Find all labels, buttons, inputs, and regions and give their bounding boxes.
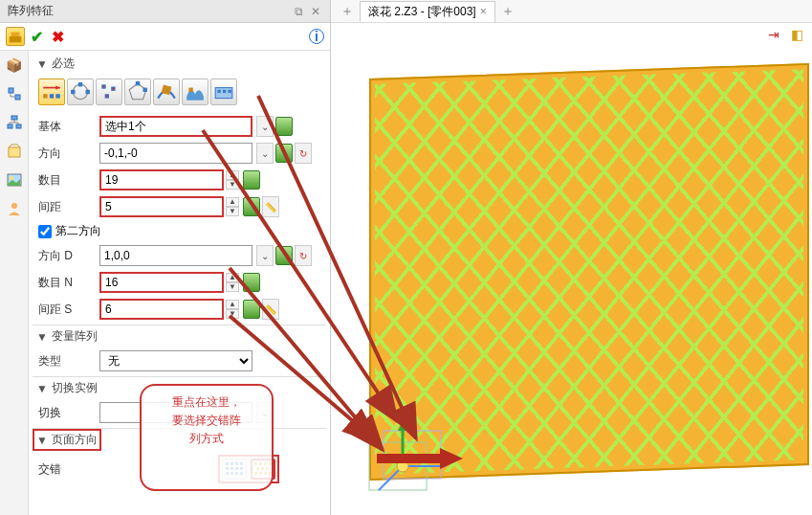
tab-title: 滚花 2.Z3 - [零件003] [368,4,476,20]
svg-point-25 [73,84,87,99]
svg-rect-2 [9,88,13,93]
pattern-polygon-icon[interactable] [124,78,151,105]
direction2-pick-button[interactable] [275,246,293,265]
svg-rect-21 [50,94,54,98]
direction-arrow[interactable] [377,448,463,469]
collapse-icon[interactable]: ⧉ [292,5,305,18]
count-pick-button[interactable] [243,170,260,190]
spacing2-measure-icon[interactable]: 📏 [262,299,279,320]
type-label: 类型 [38,353,99,369]
second-direction-checkbox[interactable] [38,225,52,238]
pattern-type-row [33,75,326,113]
stagger-label: 交错 [38,461,92,478]
pattern-circular-icon[interactable] [67,78,94,105]
vtb-user-icon[interactable] [4,198,25,219]
spacing-input[interactable] [99,196,224,217]
document-tab[interactable]: 滚花 2.Z3 - [零件003] × [360,1,495,22]
direction2-label: 方向 D [38,248,99,264]
svg-point-34 [106,95,108,97]
viewport: ＋ 滚花 2.Z3 - [零件003] × ＋ ⇥ ◧ [331,0,812,515]
svg-rect-41 [217,90,220,93]
type-select[interactable]: 无 [99,350,252,371]
base-input[interactable] [99,116,252,137]
pattern-fill-icon[interactable] [210,78,237,105]
confirm-button[interactable]: ✔ [27,27,46,46]
spacing-pick-button[interactable] [243,197,260,216]
svg-point-33 [112,88,114,90]
count-spin[interactable]: ▲▼ [226,170,239,190]
spacing2-input[interactable] [99,299,224,320]
direction-expand-icon[interactable]: ⌄ [256,143,274,164]
base-pick-button[interactable] [275,117,293,136]
tab-close-icon[interactable]: × [480,5,487,18]
pattern-linear-icon[interactable] [38,78,65,105]
form-area: ▼ 必选 基体 ⌄ [29,51,330,515]
vtb-box-icon[interactable] [4,141,25,162]
pattern-curve-icon[interactable] [153,78,180,105]
direction-pick-button[interactable] [275,144,293,163]
vertical-toolbar: 📦 [0,51,29,515]
direction-reverse-icon[interactable]: ↻ [295,143,312,164]
section-page-direction[interactable]: ▼ 页面方向 [36,432,98,448]
row-base: 基体 ⌄ [33,113,326,140]
close-panel-icon[interactable]: ✕ [309,5,322,18]
tri-down-icon4: ▼ [36,434,48,447]
panel-title-bar: 阵列特征 ⧉ ✕ [0,0,330,23]
tri-down-icon2: ▼ [36,330,48,344]
tab-plus-left[interactable]: ＋ [335,3,360,20]
feature-panel: 阵列特征 ⧉ ✕ ✔ ✖ i 📦 ▼ 必选 [0,0,331,515]
svg-rect-3 [15,95,20,100]
toggle-label: 切换 [38,405,99,421]
spacing-label: 间距 [38,199,99,215]
variable-array-label: 变量阵列 [52,328,98,345]
svg-rect-39 [188,88,192,92]
svg-rect-42 [223,90,226,93]
annotation-line3: 列方式 [147,430,266,448]
pattern-point-icon[interactable] [96,78,122,105]
annotation-line2: 要选择交错阵 [147,412,266,430]
svg-rect-1 [11,33,20,37]
direction2-input[interactable] [99,245,252,266]
pattern-face-icon[interactable] [182,78,208,105]
vtb-feature-icon[interactable]: 📦 [4,55,25,76]
vtb-image-icon[interactable] [4,169,25,190]
section-required[interactable]: ▼ 必选 [33,53,326,75]
vtb-hierarchy-icon[interactable] [4,112,25,133]
count2-input[interactable] [99,272,224,293]
svg-rect-6 [11,116,17,120]
panel-title-controls: ⧉ ✕ [292,5,322,18]
direction-input[interactable] [99,143,252,164]
tri-down-icon3: ▼ [36,382,48,395]
tri-down-icon: ▼ [36,57,48,71]
svg-rect-8 [16,124,21,128]
direction-label: 方向 [38,146,99,162]
count2-spin[interactable]: ▲▼ [226,273,239,292]
count-label: 数目 [38,172,99,189]
base-expand-icon[interactable]: ⌄ [256,116,274,137]
base-label: 基体 [38,119,99,135]
row-direction2: 方向 D ⌄ ↻ [33,242,326,269]
row-second-direction: 第二方向 [33,220,326,242]
direction2-expand-icon[interactable]: ⌄ [256,245,274,266]
spacing2-spin[interactable]: ▲▼ [226,300,239,319]
spacing2-pick-button[interactable] [243,300,260,319]
svg-marker-24 [55,85,59,89]
count-input[interactable] [99,169,224,190]
spacing-spin[interactable]: ▲▼ [226,197,239,216]
row-type: 类型 无 [33,347,326,374]
feature-icon [6,27,25,46]
svg-rect-27 [71,90,75,94]
info-button[interactable]: i [309,29,324,44]
spacing-measure-icon[interactable]: 📏 [262,196,279,217]
cancel-button[interactable]: ✖ [48,27,67,46]
row-direction: 方向 ⌄ ↻ [33,140,326,167]
canvas-area[interactable] [331,23,812,515]
svg-rect-37 [143,88,147,92]
count2-pick-button[interactable] [243,273,260,292]
svg-rect-22 [55,94,59,98]
section-variable-array[interactable]: ▼ 变量阵列 [33,325,326,347]
row-count: 数目 ▲▼ [33,167,326,193]
direction2-reverse-icon[interactable]: ↻ [295,245,312,266]
tab-plus-right[interactable]: ＋ [495,3,520,20]
vtb-tree-icon[interactable] [4,83,25,104]
